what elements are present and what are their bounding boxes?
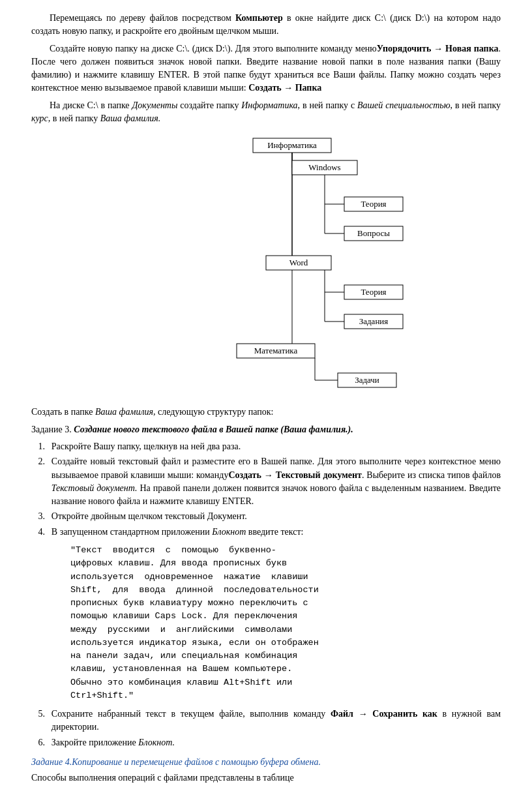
- tree-node-zadania: Задания: [359, 316, 389, 326]
- tree-node-teoria2: Теория: [361, 287, 386, 297]
- intro-para1: Перемещаясь по дереву файлов посредством…: [31, 12, 501, 38]
- task4-title: Задание 4.Копирование и перемещение файл…: [31, 756, 501, 769]
- step-2-num: 2.: [31, 455, 52, 508]
- step-2-content: Создайте новый текстовый файл и размести…: [52, 455, 501, 508]
- folder-tree-container: Информатика Windows Теория Вопросы Word …: [31, 132, 501, 399]
- bold-sozdat-textdoc: Создать → Текстовый документ: [228, 470, 362, 480]
- step-3-num: 3.: [31, 510, 52, 523]
- bold-kompyuter: Компьютер: [235, 13, 283, 23]
- italic-vasha-familiya-create: Ваша фамилия: [95, 407, 153, 417]
- tree-node-word: Word: [289, 258, 308, 267]
- italic-dokumenty: Документы: [132, 100, 177, 110]
- monospace-text-block: "Текст вводится с помощью буквенно- цифр…: [70, 544, 462, 702]
- intro-para2: Создайте новую папку на диске C:\. (диск…: [31, 42, 501, 95]
- tree-node-zadachi: Задачи: [355, 375, 379, 385]
- steps-list: 1. Раскройте Вашу папку, щелкнув на ней …: [31, 440, 501, 539]
- italic-familiya: Ваша фамилия.: [100, 113, 161, 123]
- step-2: 2. Создайте новый текстовый файл и разме…: [31, 455, 501, 508]
- step-1-num: 1.: [31, 440, 52, 453]
- bold-uporyadochit: Упорядочить → Новая папка: [377, 44, 499, 53]
- step-3: 3. Откройте двойным щелчком текстовый До…: [31, 510, 501, 523]
- italic-bloknot-step4: Блокнот: [212, 527, 246, 537]
- page-content: Перемещаясь по дереву файлов посредством…: [31, 12, 501, 785]
- tree-node-voprosy: Вопросы: [357, 228, 390, 238]
- step-6-num: 6.: [31, 736, 52, 749]
- step-4: 4. В запущенном стандартном приложении Б…: [31, 526, 501, 539]
- tree-node-matematika: Математика: [254, 346, 298, 355]
- italic-informatika: Информатика: [241, 100, 297, 110]
- bold-sozdat-papku: Создать → Папка: [248, 83, 321, 93]
- create-structure-text: Создать в папке Ваша фамилия, следующую …: [31, 406, 501, 419]
- step-4-num: 4.: [31, 526, 52, 539]
- step-1: 1. Раскройте Вашу папку, щелкнув на ней …: [31, 440, 501, 453]
- italic-textdoc: Текстовый документ.: [52, 483, 138, 493]
- step-5-num: 5.: [31, 708, 52, 734]
- step-6-content: Закройте приложение Блокнот.: [52, 736, 501, 749]
- task4-title-italic: Задание 4.Копирование и перемещение файл…: [31, 757, 321, 767]
- step-6: 6. Закройте приложение Блокнот.: [31, 736, 501, 749]
- folder-tree-svg: Информатика Windows Теория Вопросы Word …: [90, 132, 442, 399]
- intro-para3: На диске C:\ в папке Документы создайте …: [31, 99, 501, 126]
- italic-kurs: курс,: [31, 113, 50, 123]
- task4-subtitle: Способы выполнения операций с файлами пр…: [31, 771, 501, 785]
- tree-node-informatika: Информатика: [267, 140, 317, 150]
- bold-file-save: Файл → Сохранить как: [331, 709, 437, 719]
- step-4-content: В запущенном стандартном приложении Блок…: [52, 526, 501, 539]
- step-1-content: Раскройте Вашу папку, щелкнув на ней два…: [52, 440, 501, 453]
- tree-node-windows: Windows: [308, 162, 340, 172]
- step-3-content: Откройте двойным щелчком текстовый Докум…: [52, 510, 501, 523]
- task3-title: Создание нового текстового файла в Вашей…: [74, 425, 353, 434]
- task3-title-block: Задание 3. Создание нового текстового фа…: [31, 423, 501, 436]
- step-5: 5. Сохраните набранный текст в текущем ф…: [31, 708, 501, 734]
- steps-list-2: 5. Сохраните набранный текст в текущем ф…: [31, 708, 501, 749]
- italic-bloknot-step6: Блокнот.: [138, 738, 175, 747]
- tree-node-teoria1: Теория: [361, 199, 386, 209]
- step-5-content: Сохраните набранный текст в текущем файл…: [52, 708, 501, 734]
- italic-spetsialnost: Вашей специальностью: [357, 100, 451, 110]
